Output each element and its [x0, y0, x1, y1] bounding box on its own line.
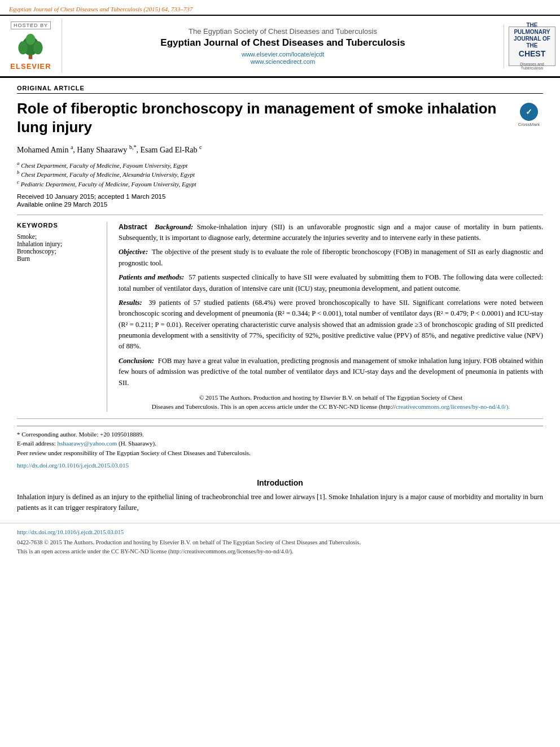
abstract-results: Results: 39 patients of 57 studied patie…	[119, 298, 543, 352]
doi-link[interactable]: http://dx.doi.org/10.1016/j.ejcdt.2015.0…	[17, 462, 129, 469]
keyword-burn: Burn	[17, 255, 98, 262]
copyright-line1: © 2015 The Authors. Production and hosti…	[199, 394, 462, 401]
article-title: Role of fiberoptic bronchoscopy in manag…	[17, 99, 508, 136]
corresponding-note: * Corresponding author. Mobile: +20 1095…	[17, 430, 543, 439]
chest-journal-logo: THE PULMONARYJOURNAL OF THECHEST Disease…	[509, 27, 555, 66]
copyright-line2: Diseases and Tuberculosis. This is an op…	[152, 403, 396, 410]
hosted-by-box: HOSTED BY ELSEVIER	[0, 19, 62, 73]
objective-text: The objective of the present study is to…	[119, 248, 543, 267]
elsevier-tree-icon	[16, 33, 45, 61]
abstract-patients: Patients and methods: 57 patients suspec…	[119, 272, 543, 294]
top-citation: Egyptian Journal of Chest Diseases and T…	[9, 2, 551, 15]
keyword-bronchoscopy: Bronchoscopy;	[17, 248, 98, 255]
svg-point-2	[19, 41, 28, 54]
authors-line: Mohamed Amin a, Hany Shaarawy b,*, Esam …	[17, 143, 543, 156]
crossmark-icon: ✓	[520, 103, 538, 121]
keywords-column: KEYWORDS Smoke; Inhalation injury; Bronc…	[17, 222, 107, 412]
abstract-objective: Objective: The objective of the present …	[119, 247, 543, 269]
crossmark-label: CrossMark	[518, 122, 540, 127]
results-text: 39 patients of 57 studied patients (68.4…	[119, 299, 543, 351]
keywords-header: KEYWORDS	[17, 222, 98, 229]
email-line: E-mail address: hshaarawy@yahoo.com (H. …	[17, 439, 543, 448]
journal-center: The Egyptian Society of Chest Diseases a…	[62, 27, 504, 65]
elsevier-brand: ELSEVIER	[10, 62, 51, 71]
society-name: The Egyptian Society of Chest Diseases a…	[71, 27, 495, 36]
article-type: ORIGINAL ARTICLE	[17, 85, 543, 94]
email-suffix: (H. Shaarawy).	[119, 440, 156, 447]
abstract-conclusion: Conclusion: FOB may have a great value i…	[119, 356, 543, 388]
email-link[interactable]: hshaarawy@yahoo.com	[57, 440, 117, 447]
available-date: Available online 29 March 2015	[17, 201, 543, 208]
introduction-title: Introduction	[17, 478, 543, 487]
footnote-section: * Corresponding author. Mobile: +20 1095…	[17, 426, 543, 470]
chest-logo-box: THE PULMONARYJOURNAL OF THECHEST Disease…	[504, 24, 560, 68]
results-label: Results:	[119, 299, 142, 307]
abstract-background: Abstract Background: Smoke-inhalation in…	[119, 222, 543, 244]
abstract-section: KEYWORDS Smoke; Inhalation injury; Bronc…	[17, 222, 543, 412]
svg-point-3	[33, 41, 43, 54]
journal-urls: www.elsevier.com/locate/ejcdt www.scienc…	[71, 51, 495, 65]
objective-label: Objective:	[119, 248, 148, 256]
background-label: Background:	[155, 223, 193, 231]
svg-point-4	[26, 34, 36, 45]
affiliation-b: b Chest Department, Faculty of Medicine,…	[17, 169, 543, 178]
affiliations: a Chest Department, Faculty of Medicine,…	[17, 160, 543, 187]
peer-review-note: Peer review under responsibility of The …	[17, 448, 543, 458]
bottom-doi-link[interactable]: http://dx.doi.org/10.1016/j.ejcdt.2015.0…	[17, 528, 543, 537]
url1[interactable]: www.elsevier.com/locate/ejcdt	[71, 51, 495, 58]
received-date: Received 10 January 2015; accepted 1 Mar…	[17, 193, 543, 200]
journal-header: HOSTED BY ELSEVIER The Egyptian Society …	[0, 15, 560, 78]
keyword-inhalation: Inhalation injury;	[17, 241, 98, 247]
abstract-column: Abstract Background: Smoke-inhalation in…	[119, 222, 543, 412]
abstract-main-label: Abstract	[119, 223, 147, 231]
patients-label: Patients and methods:	[119, 273, 184, 281]
separator-2	[17, 418, 543, 419]
bottom-strip: http://dx.doi.org/10.1016/j.ejcdt.2015.0…	[0, 523, 560, 560]
affiliation-a: a Chest Department, Faculty of Medicine,…	[17, 160, 543, 169]
journal-title-header: Egyptian Journal of Chest Diseases and T…	[71, 37, 495, 49]
article-title-row: Role of fiberoptic bronchoscopy in manag…	[17, 99, 543, 136]
introduction-section: Introduction Inhalation injury is define…	[17, 478, 543, 514]
url2[interactable]: www.sciencedirect.com	[71, 58, 495, 65]
hosted-by-label: HOSTED BY	[11, 21, 51, 29]
crossmark-badge[interactable]: ✓ CrossMark	[515, 103, 543, 127]
introduction-text: Inhalation injury is defined as an injur…	[17, 492, 543, 514]
separator-1	[17, 215, 543, 215]
email-label: E-mail address:	[17, 440, 56, 447]
main-content: ORIGINAL ARTICLE Role of fiberoptic bron…	[0, 78, 560, 523]
copyright-block: © 2015 The Authors. Production and hosti…	[119, 393, 543, 412]
cc-license-link[interactable]: creativecommons.org/licenses/by-no-nd/4.…	[396, 403, 510, 410]
keyword-smoke: Smoke;	[17, 233, 98, 240]
affiliation-c: c Pediatric Department, Faculty of Medic…	[17, 179, 543, 187]
bottom-line1: 0422-7638 © 2015 The Authors. Production…	[17, 538, 543, 547]
elsevier-logo: ELSEVIER	[10, 33, 51, 71]
conclusion-text: FOB may have a great value in evaluation…	[119, 357, 543, 387]
bottom-line2: This is an open access article under the…	[17, 547, 543, 556]
conclusion-label: Conclusion:	[119, 357, 154, 365]
